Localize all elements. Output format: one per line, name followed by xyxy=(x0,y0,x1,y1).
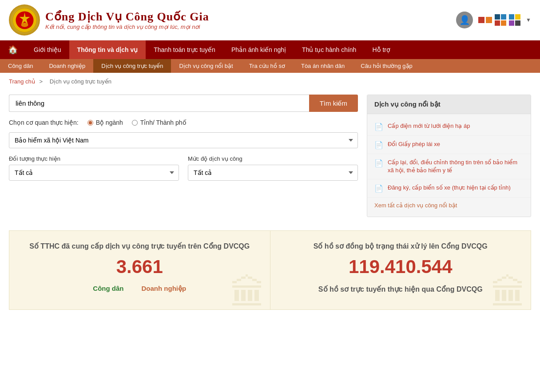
sidebar-items: 📄 Cấp điện mới từ lưới điện hạ áp 📄 Đổi … xyxy=(367,114,531,217)
logo-group-1 xyxy=(478,17,492,23)
header-dropdown-chevron[interactable]: ▼ xyxy=(526,17,531,23)
stat-card-2: 🏛 Số hồ sơ đồng bộ trạng thái xử lý lên … xyxy=(270,230,532,310)
muc-do-label: Mức độ dịch vụ công xyxy=(188,155,358,162)
sidebar-item-3-text[interactable]: Cấp lại, đổi, điều chỉnh thông tin trên … xyxy=(388,158,524,174)
nav-faq[interactable]: Câu hỏi thường gặp xyxy=(353,59,421,73)
site-subtitle: Kết nối, cung cấp thông tin và dịch vụ c… xyxy=(45,24,209,30)
radio-tinh-label: Tỉnh/ Thành phố xyxy=(140,119,187,126)
nav-tra-cuu[interactable]: Tra cứu hồ sơ xyxy=(241,59,293,73)
logo-sq-2 xyxy=(486,17,492,23)
logo-sq-6 xyxy=(501,20,506,26)
org-dropdown[interactable]: Bảo hiểm xã hội Việt Nam Bộ Công an Bộ T… xyxy=(9,132,358,148)
sidebar-item-4-icon: 📄 xyxy=(374,184,383,193)
doi-tuong-label: Đối tượng thực hiện xyxy=(9,155,179,162)
stat-card-1-title: Số TTHC đã cung cấp dịch vụ công trực tu… xyxy=(18,242,261,251)
logo-grid xyxy=(495,14,506,26)
partner-logos xyxy=(478,14,520,26)
svg-point-3 xyxy=(21,23,28,27)
logo-grid-2 xyxy=(509,14,520,26)
nav-thong-tin[interactable]: Thông tin và dịch vụ xyxy=(69,40,146,59)
primary-nav: 🏠 Giới thiệu Thông tin và dịch vụ Thanh … xyxy=(0,40,540,59)
logo-sq-8 xyxy=(515,14,520,20)
logo-sq-9 xyxy=(509,20,514,26)
sidebar-title: Dịch vụ công nổi bật xyxy=(367,95,531,114)
org-dropdown-row: Bảo hiểm xã hội Việt Nam Bộ Công an Bộ T… xyxy=(9,132,358,148)
stat-card-1-links: Công dân Doanh nghiệp xyxy=(18,285,261,293)
logo-sq-3 xyxy=(495,14,500,20)
sidebar-item-1-text[interactable]: Cấp điện mới từ lưới điện hạ áp xyxy=(388,122,470,130)
sidebar-item-2: 📄 Đổi Giấy phép lái xe xyxy=(367,136,531,154)
sidebar-item-1: 📄 Cấp điện mới từ lưới điện hạ áp xyxy=(367,118,531,136)
nav-phan-anh[interactable]: Phản ánh kiến nghị xyxy=(223,40,294,59)
site-title-block: Cổng Dịch Vụ Công Quốc Gia Kết nối, cung… xyxy=(45,10,209,30)
breadcrumb-current: Dịch vụ công trực tuyến xyxy=(50,78,111,85)
logo-sq-5 xyxy=(495,20,500,26)
search-button[interactable]: Tìm kiếm xyxy=(309,95,358,112)
muc-do-group: Mức độ dịch vụ công Tất cả Mức độ 1 Mức … xyxy=(188,155,358,181)
org-selector: Chọn cơ quan thực hiện: Bộ ngành Tỉnh/ T… xyxy=(9,119,358,126)
sidebar-item-2-icon: 📄 xyxy=(374,141,383,149)
sidebar-item-3-icon: 📄 xyxy=(374,159,383,167)
nav-doanh-nghiep[interactable]: Doanh nghiệp xyxy=(41,59,93,73)
nav-thanh-toan[interactable]: Thanh toán trực tuyến xyxy=(146,40,223,59)
breadcrumb: Trang chủ > Dịch vụ công trực tuyến xyxy=(0,73,540,90)
stat-card-1: 🏛 Số TTHC đã cung cấp dịch vụ công trực … xyxy=(9,230,270,310)
main-content: Tìm kiếm Chọn cơ quan thực hiện: Bộ ngàn… xyxy=(0,90,540,222)
radio-bo-nganh-label: Bộ ngành xyxy=(96,119,123,126)
filter-row: Đối tượng thực hiện Tất cả Công dân Doan… xyxy=(9,155,358,181)
org-selector-label: Chọn cơ quan thực hiện: xyxy=(9,119,79,126)
logo-sq-4 xyxy=(501,14,506,20)
breadcrumb-separator: > xyxy=(39,78,43,85)
search-panel: Tìm kiếm Chọn cơ quan thực hiện: Bộ ngàn… xyxy=(9,95,358,217)
logo-group-3 xyxy=(509,14,520,26)
nav-home[interactable]: 🏠 xyxy=(0,40,26,59)
site-title: Cổng Dịch Vụ Công Quốc Gia xyxy=(45,10,209,24)
nav-dvcnb[interactable]: Dịch vụ công nổi bật xyxy=(171,59,241,73)
radio-bo-nganh-input[interactable] xyxy=(87,120,93,126)
logo-group-2 xyxy=(495,14,506,26)
stat-card-2-number: 119.410.544 xyxy=(279,256,522,277)
stat-card-1-number: 3.661 xyxy=(18,256,261,277)
header-logo: Cổng Dịch Vụ Công Quốc Gia Kết nối, cung… xyxy=(9,4,456,36)
nav-cong-dan[interactable]: Công dân xyxy=(0,59,41,73)
nav-toa-an[interactable]: Tòa án nhân dân xyxy=(293,59,353,73)
secondary-nav: Công dân Doanh nghiệp Dịch vụ công trực … xyxy=(0,59,540,73)
stat-link-cong-dan[interactable]: Công dân xyxy=(93,285,123,293)
logo-sq-7 xyxy=(509,14,514,20)
doi-tuong-select[interactable]: Tất cả Công dân Doanh nghiệp xyxy=(9,165,179,181)
sidebar-item-2-text[interactable]: Đổi Giấy phép lái xe xyxy=(388,140,440,148)
radio-tinh[interactable]: Tỉnh/ Thành phố xyxy=(132,119,187,126)
stats-section: 🏛 Số TTHC đã cung cấp dịch vụ công trực … xyxy=(9,230,531,310)
sidebar-panel: Dịch vụ công nổi bật 📄 Cấp điện mới từ l… xyxy=(367,95,531,217)
header-right: 👤 xyxy=(456,12,531,28)
nav-ho-tro[interactable]: Hỗ trợ xyxy=(364,40,398,59)
national-emblem xyxy=(9,4,40,36)
sidebar-item-1-icon: 📄 xyxy=(374,123,383,131)
stat-card-2-subtitle: Số hồ sơ trực tuyến thực hiện qua Cổng D… xyxy=(279,285,522,294)
stat-card-2-title: Số hồ sơ đồng bộ trạng thái xử lý lên Cổ… xyxy=(279,242,522,251)
user-avatar[interactable]: 👤 xyxy=(456,12,473,28)
radio-tinh-input[interactable] xyxy=(132,120,138,126)
nav-dvctt[interactable]: Dịch vụ công trực tuyến xyxy=(93,59,171,73)
breadcrumb-home[interactable]: Trang chủ xyxy=(9,78,35,85)
sidebar-item-4: 📄 Đăng ký, cấp biển số xe (thực hiện tại… xyxy=(367,179,531,198)
header: Cổng Dịch Vụ Công Quốc Gia Kết nối, cung… xyxy=(0,0,540,40)
muc-do-select[interactable]: Tất cả Mức độ 1 Mức độ 2 Mức độ 3 Mức độ… xyxy=(188,165,358,181)
sidebar-item-3: 📄 Cấp lại, đổi, điều chỉnh thông tin trê… xyxy=(367,154,531,179)
nav-thu-tuc[interactable]: Thủ tục hành chính xyxy=(294,40,364,59)
view-all-link[interactable]: Xem tất cả dịch vụ công nổi bật xyxy=(367,198,531,213)
doi-tuong-group: Đối tượng thực hiện Tất cả Công dân Doan… xyxy=(9,155,179,181)
radio-bo-nganh[interactable]: Bộ ngành xyxy=(87,119,123,126)
logo-sq-1 xyxy=(478,17,484,23)
sidebar-item-4-text[interactable]: Đăng ký, cấp biển số xe (thực hiện tại c… xyxy=(388,184,511,192)
search-bar: Tìm kiếm xyxy=(9,95,358,112)
search-input[interactable] xyxy=(9,95,309,112)
nav-gioi-thieu[interactable]: Giới thiệu xyxy=(26,40,69,59)
logo-sq-10 xyxy=(515,20,520,26)
stat-link-doanh-nghiep[interactable]: Doanh nghiệp xyxy=(142,285,187,293)
